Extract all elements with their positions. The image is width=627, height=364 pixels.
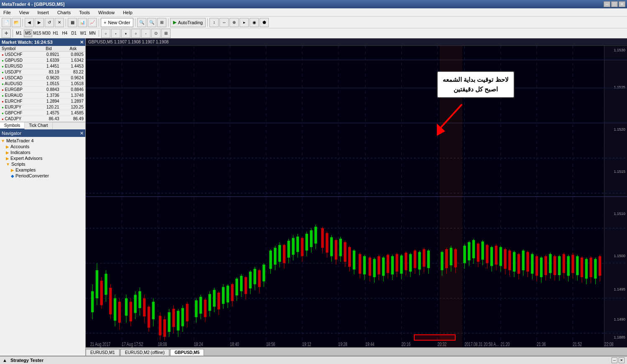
close-button[interactable]: ✕ — [619, 1, 625, 7]
crosshair-btn[interactable]: ✛ — [2, 29, 11, 38]
tab-tick-chart[interactable]: Tick Chart — [25, 122, 52, 129]
open-btn[interactable]: 📂 — [12, 18, 21, 27]
tf-m30[interactable]: M30 — [42, 30, 51, 37]
tf-more4[interactable]: ⬨ — [131, 29, 140, 38]
chart-tab-eurusd-m1[interactable]: EURUSD,M1 — [86, 349, 120, 356]
nav-root[interactable]: ▼ MetaTrader 4 — [1, 138, 84, 144]
market-watch-row[interactable]: ● EURUSD 1.4451 1.4453 — [0, 63, 85, 69]
new-order-btn[interactable]: + New Order — [101, 18, 133, 27]
svg-rect-134 — [348, 247, 351, 267]
tf-m15[interactable]: M15 — [33, 30, 41, 37]
tf-mn[interactable]: MN — [88, 30, 97, 37]
menu-insert[interactable]: Insert — [36, 10, 51, 15]
back-btn[interactable]: ◀ — [25, 18, 34, 27]
tool-btn1[interactable]: ↕ — [209, 18, 219, 27]
market-watch-row[interactable]: ● EURGBP 0.8843 0.8846 — [0, 87, 85, 93]
mw-dot: ● — [2, 111, 4, 115]
maximize-button[interactable]: □ — [611, 1, 618, 7]
svg-rect-116 — [306, 234, 308, 250]
menu-tools[interactable]: Tools — [77, 10, 92, 15]
st-collapse-btn[interactable]: ─ — [612, 357, 617, 363]
menu-view[interactable]: View — [18, 10, 31, 15]
svg-rect-42 — [130, 302, 132, 321]
tf-more7[interactable]: ⊞ — [161, 29, 171, 38]
tool-btn3[interactable]: ⊕ — [229, 18, 239, 27]
new-btn[interactable]: 📄 — [2, 18, 11, 27]
nav-scripts[interactable]: ▼ Scripts — [1, 161, 84, 167]
new-order-icon: + — [104, 20, 106, 25]
zoom-in-btn[interactable]: 🔍 — [137, 18, 146, 27]
svg-rect-223 — [563, 254, 565, 273]
svg-rect-215 — [545, 256, 547, 275]
zoom-out-btn[interactable]: 🔍 — [147, 18, 156, 27]
tool-btn4[interactable]: ▸ — [240, 18, 249, 27]
mw-bid: 0.8843 — [36, 87, 61, 93]
tf-d1[interactable]: D1 — [70, 30, 78, 37]
tf-m1[interactable]: M1 — [15, 30, 23, 37]
market-watch-row[interactable]: ● USDJPY 83.19 83.22 — [0, 69, 85, 75]
tf-more6[interactable]: ⊙ — [151, 29, 161, 38]
market-watch-row[interactable]: ● CADJPY 86.43 86.49 — [0, 116, 85, 122]
tfsep1 — [99, 30, 99, 37]
refresh-btn[interactable]: ↺ — [45, 18, 54, 27]
market-watch-row[interactable]: ● EURCHF 1.2894 1.2897 — [0, 99, 85, 104]
svg-rect-80 — [222, 287, 224, 304]
tf-h1[interactable]: H1 — [51, 30, 60, 37]
market-watch-close[interactable]: ✕ — [80, 40, 84, 45]
market-watch-row[interactable]: ● GBPUSD 1.6339 1.6342 — [0, 58, 85, 63]
svg-rect-120 — [314, 227, 317, 243]
svg-rect-225 — [567, 256, 569, 276]
svg-rect-173 — [445, 249, 448, 268]
fwd-btn[interactable]: ▶ — [35, 18, 44, 27]
autotrading-btn[interactable]: ▶ AutoTrading — [170, 18, 206, 27]
menu-charts[interactable]: Charts — [56, 10, 72, 15]
tf-more3[interactable]: ⬧ — [121, 29, 130, 38]
mw-ask: 0.8925 — [61, 52, 85, 58]
chart-line-btn[interactable]: 📈 — [88, 18, 97, 27]
col-ask: Ask — [61, 46, 85, 52]
market-watch-row[interactable]: ● USDCAD 0.9620 0.9624 — [0, 75, 85, 81]
market-watch-row[interactable]: ● EURJPY 120.21 120.25 — [0, 104, 85, 110]
tool-btn5[interactable]: ◉ — [250, 18, 259, 27]
svg-rect-158 — [405, 253, 407, 270]
svg-rect-209 — [531, 254, 533, 274]
tf-h4[interactable]: H4 — [61, 30, 69, 37]
tf-more5[interactable]: ⬪ — [141, 29, 150, 38]
tool-btn6[interactable]: ⬟ — [260, 18, 269, 27]
tool-btn2[interactable]: ↔ — [219, 18, 229, 27]
nav-examples[interactable]: ▶ Examples — [1, 167, 84, 173]
menu-help[interactable]: Help — [121, 10, 134, 15]
market-watch-row[interactable]: ● AUDUSD 1.0515 1.0518 — [0, 81, 85, 87]
market-watch-row[interactable]: ● USDCHF 0.8921 0.8925 — [0, 52, 85, 58]
tab-symbols[interactable]: Symbols — [0, 122, 25, 129]
stop-btn[interactable]: ✕ — [55, 18, 64, 27]
st-close-btn[interactable]: ✕ — [619, 357, 624, 363]
market-watch-row[interactable]: ● EURAUD 1.3736 1.3748 — [0, 93, 85, 99]
tf-more2[interactable]: ⬩ — [111, 29, 120, 38]
chart-tab-gbpusd-m5[interactable]: GBPUSD,M5 — [170, 349, 204, 356]
market-watch-row[interactable]: ● GBPCHF 1.4575 1.4585 — [0, 110, 85, 116]
nav-accounts[interactable]: ▶ Accounts — [1, 144, 84, 149]
chart-tab-eurusd-m2[interactable]: EURUSD,M2 (offline) — [120, 349, 169, 356]
nav-indicators[interactable]: ▶ Indicators — [1, 149, 84, 155]
svg-rect-70 — [199, 297, 202, 313]
nav-period-converter[interactable]: ◆ PeriodConverter — [1, 173, 84, 179]
menu-file[interactable]: File — [2, 10, 13, 15]
minimize-button[interactable]: ─ — [604, 1, 610, 7]
svg-rect-50 — [148, 307, 150, 328]
tf-m5[interactable]: M5 — [24, 30, 32, 37]
tf-w1[interactable]: W1 — [79, 30, 87, 37]
nav-expert-advisors[interactable]: ▶ Expert Advisors — [1, 155, 84, 161]
chart-bar-btn[interactable]: ▦ — [68, 18, 77, 27]
menu-window[interactable]: Window — [97, 10, 116, 15]
chart-canvas[interactable]: 1.1530 1.1525 1.1520 1.1515 1.1510 1.150… — [86, 46, 627, 347]
chart-title: GBPUSD,M5 1.1907 1.1908 1.1907 1.1908 — [88, 40, 168, 44]
svg-rect-90 — [245, 277, 247, 294]
chart-candle-btn[interactable]: 📊 — [78, 18, 87, 27]
mw-symbol: ● GBPCHF — [0, 110, 36, 116]
grid-btn[interactable]: ⊞ — [157, 18, 166, 27]
svg-rect-211 — [535, 256, 538, 276]
navigator-close[interactable]: ✕ — [80, 131, 84, 136]
svg-rect-88 — [240, 276, 242, 291]
tf-more1[interactable]: ⬦ — [101, 29, 110, 38]
